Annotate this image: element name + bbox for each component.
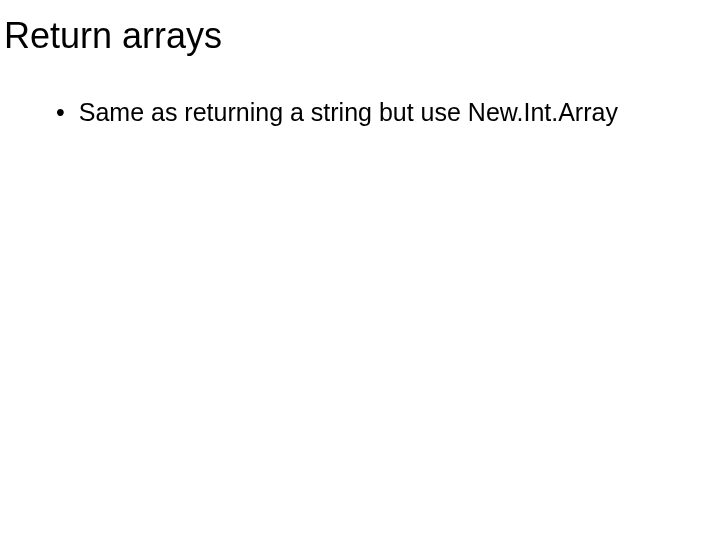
bullet-item: • Same as returning a string but use New… [56,97,660,127]
bullet-text: Same as returning a string but use New.I… [79,97,660,127]
bullet-marker: • [56,97,65,127]
slide-container: Return arrays • Same as returning a stri… [0,0,720,540]
slide-content: • Same as returning a string but use New… [0,97,720,127]
slide-title: Return arrays [0,15,720,57]
